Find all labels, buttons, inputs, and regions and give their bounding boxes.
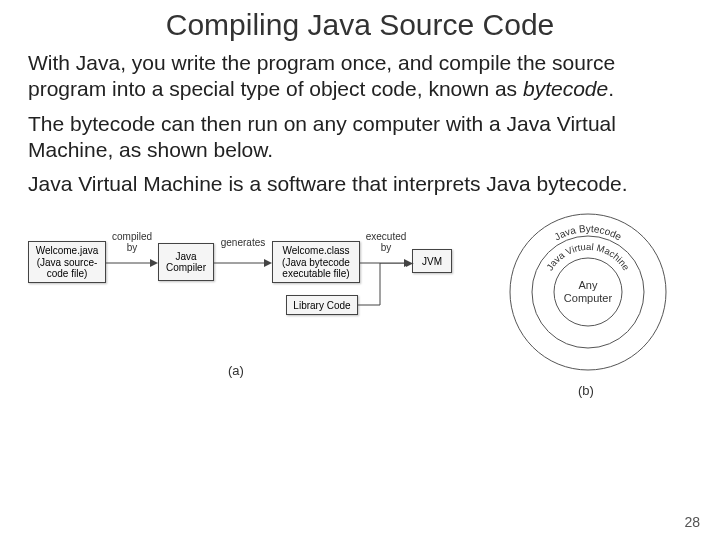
- page-number: 28: [684, 514, 700, 530]
- box-source-file: Welcome.java(Java source-code file): [28, 241, 106, 283]
- label-compiled-by: compiledby: [110, 231, 154, 253]
- library-connector: [358, 263, 414, 307]
- paragraph-1: With Java, you write the program once, a…: [28, 50, 692, 103]
- p1-text-c: .: [608, 77, 614, 100]
- sublabel-a: (a): [228, 363, 244, 378]
- jvm-circles: Java Bytecode Java Virtual Machine Any C…: [488, 207, 688, 387]
- svg-marker-6: [406, 263, 414, 267]
- ring-inner-line2: Computer: [564, 292, 613, 304]
- box-class-file: Welcome.class(Java bytecodeexecutable fi…: [272, 241, 360, 283]
- label-generates: generates: [218, 237, 268, 248]
- ring-inner-line1: Any: [579, 279, 598, 291]
- box-library-code: Library Code: [286, 295, 358, 315]
- paragraph-2: The bytecode can then run on any compute…: [28, 111, 692, 164]
- box-jvm: JVM: [412, 249, 452, 273]
- paragraph-3: Java Virtual Machine is a software that …: [28, 171, 692, 197]
- arrow-2: [214, 257, 272, 269]
- box-compiler: JavaCompiler: [158, 243, 214, 281]
- label-executed-by: executedby: [364, 231, 408, 253]
- arrow-1: [106, 257, 158, 269]
- sublabel-b: (b): [578, 383, 594, 398]
- svg-text:Java Bytecode: Java Bytecode: [552, 223, 624, 243]
- slide-title: Compiling Java Source Code: [28, 8, 692, 42]
- svg-marker-3: [264, 259, 272, 267]
- diagram-area: Welcome.java(Java source-code file) comp…: [28, 213, 692, 433]
- svg-marker-1: [150, 259, 158, 267]
- ring-outer-text: Java Bytecode: [552, 223, 624, 243]
- p1-bytecode-term: bytecode: [523, 77, 608, 100]
